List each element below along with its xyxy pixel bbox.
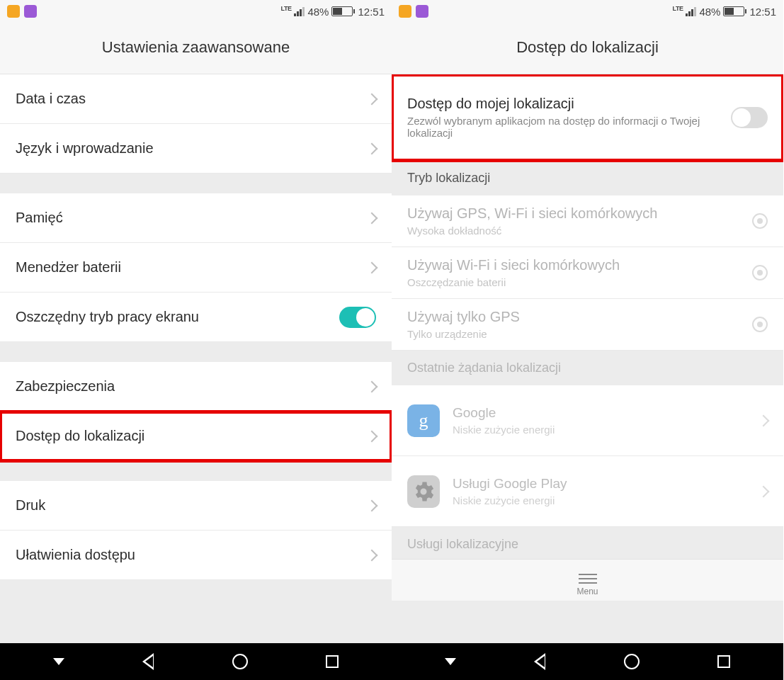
label-language: Język i wprowadzanie bbox=[16, 140, 368, 157]
sub-mode-gps: Tylko urządzenie bbox=[407, 328, 752, 340]
nav-expand-icon[interactable] bbox=[445, 658, 456, 665]
chevron-right-icon bbox=[366, 499, 378, 511]
section-gap bbox=[0, 461, 392, 481]
notif-icon-1 bbox=[399, 5, 411, 18]
chevron-right-icon bbox=[366, 142, 378, 154]
chevron-right-icon bbox=[366, 93, 378, 105]
signal-icon bbox=[294, 6, 305, 16]
label-location: Dostęp do lokalizacji bbox=[16, 428, 368, 444]
toggle-screen-save[interactable] bbox=[339, 307, 376, 328]
sub-app-google: Niskie zużycie energii bbox=[453, 424, 759, 436]
notif-icon-2 bbox=[24, 5, 37, 18]
label-mode-gps-wifi: Używaj GPS, Wi-Fi i sieci komórkowych bbox=[407, 205, 752, 222]
label-memory: Pamięć bbox=[16, 210, 368, 226]
battery-pct: 48% bbox=[699, 6, 720, 18]
notif-icon-1 bbox=[7, 5, 20, 18]
row-my-location-access[interactable]: Dostęp do mojej lokalizacji Zezwól wybra… bbox=[392, 74, 783, 161]
radio-mode-wifi bbox=[752, 265, 768, 280]
menu-icon bbox=[579, 574, 597, 584]
location-settings: Dostęp do mojej lokalizacji Zezwól wybra… bbox=[392, 74, 783, 643]
nav-bar bbox=[0, 643, 392, 680]
chevron-right-icon bbox=[758, 414, 770, 426]
clock: 12:51 bbox=[358, 6, 385, 18]
gear-icon bbox=[407, 475, 440, 508]
battery-pct: 48% bbox=[307, 6, 329, 18]
toggle-location[interactable] bbox=[731, 107, 768, 128]
statusbar: LTE 48% 12:51 bbox=[0, 0, 392, 23]
row-date-time[interactable]: Data i czas bbox=[0, 74, 392, 124]
label-mode-wifi: Używaj Wi-Fi i sieci komórkowych bbox=[407, 257, 752, 273]
sub-app-play: Niskie zużycie energii bbox=[453, 494, 759, 506]
battery-icon bbox=[331, 6, 355, 16]
label-print: Druk bbox=[16, 497, 368, 514]
label-screen-save: Oszczędny tryb pracy ekranu bbox=[16, 309, 339, 325]
nav-home-button[interactable] bbox=[624, 654, 640, 669]
sub-mode-gps-wifi: Wysoka dokładność bbox=[407, 225, 752, 237]
row-app-play-services[interactable]: Usługi Google Play Niskie zużycie energi… bbox=[392, 456, 783, 527]
chevron-right-icon bbox=[366, 261, 378, 273]
row-screen-save[interactable]: Oszczędny tryb pracy ekranu bbox=[0, 293, 392, 342]
phone-right: LTE 48% 12:51 Dostęp do lokalizacji Dost… bbox=[392, 0, 783, 680]
chevron-right-icon bbox=[366, 212, 378, 224]
nav-home-button[interactable] bbox=[232, 654, 248, 669]
chevron-right-icon bbox=[366, 380, 378, 392]
label-app-play: Usługi Google Play bbox=[453, 476, 759, 492]
row-location-access[interactable]: Dostęp do lokalizacji bbox=[0, 412, 392, 461]
chevron-right-icon bbox=[366, 549, 378, 561]
label-date-time: Data i czas bbox=[16, 91, 368, 107]
chevron-right-icon bbox=[758, 485, 770, 497]
radio-mode-gps bbox=[752, 317, 768, 332]
row-battery[interactable]: Menedżer baterii bbox=[0, 243, 392, 293]
label-app-google: Google bbox=[453, 405, 759, 421]
section-location-mode: Tryb lokalizacji bbox=[392, 161, 783, 196]
row-mode-gps-wifi: Używaj GPS, Wi-Fi i sieci komórkowych Wy… bbox=[392, 196, 783, 247]
menu-bar[interactable]: Menu bbox=[392, 559, 783, 601]
network-type: LTE bbox=[673, 5, 683, 12]
screen-title: Dostęp do lokalizacji bbox=[392, 23, 783, 74]
row-memory[interactable]: Pamięć bbox=[0, 193, 392, 243]
google-icon: g bbox=[407, 404, 440, 437]
section-gap bbox=[0, 580, 392, 623]
nav-back-button[interactable] bbox=[142, 653, 154, 670]
row-print[interactable]: Druk bbox=[0, 481, 392, 531]
settings-list: Data i czas Język i wprowadzanie Pamięć … bbox=[0, 74, 392, 643]
row-mode-gps: Używaj tylko GPS Tylko urządzenie bbox=[392, 299, 783, 351]
label-battery: Menedżer baterii bbox=[16, 259, 368, 276]
section-location-services: Usługi lokalizacyjne bbox=[392, 527, 783, 559]
desc-my-location: Zezwól wybranym aplikacjom na dostęp do … bbox=[407, 115, 731, 139]
statusbar: LTE 48% 12:51 bbox=[392, 0, 783, 23]
clock: 12:51 bbox=[749, 6, 776, 18]
nav-expand-icon[interactable] bbox=[53, 658, 64, 665]
nav-recent-button[interactable] bbox=[717, 655, 730, 668]
label-accessibility: Ułatwienia dostępu bbox=[16, 547, 368, 563]
menu-label: Menu bbox=[392, 586, 783, 596]
section-recent-requests: Ostatnie żądania lokalizacji bbox=[392, 351, 783, 385]
signal-icon bbox=[686, 6, 696, 16]
network-type: LTE bbox=[281, 5, 292, 12]
chevron-right-icon bbox=[366, 430, 378, 442]
section-gap bbox=[0, 174, 392, 193]
section-gap bbox=[0, 342, 392, 362]
row-accessibility[interactable]: Ułatwienia dostępu bbox=[0, 531, 392, 580]
nav-back-button[interactable] bbox=[534, 653, 545, 670]
battery-icon bbox=[723, 6, 746, 16]
label-mode-gps: Używaj tylko GPS bbox=[407, 309, 752, 325]
label-security: Zabezpieczenia bbox=[16, 378, 368, 395]
notif-icon-2 bbox=[416, 5, 428, 18]
row-language[interactable]: Język i wprowadzanie bbox=[0, 124, 392, 174]
label-my-location: Dostęp do mojej lokalizacji bbox=[407, 96, 731, 112]
screen-title: Ustawienia zaawansowane bbox=[0, 23, 392, 74]
radio-mode-gps-wifi bbox=[752, 213, 768, 229]
row-app-google[interactable]: g Google Niskie zużycie energii bbox=[392, 385, 783, 456]
nav-recent-button[interactable] bbox=[326, 655, 339, 668]
row-security[interactable]: Zabezpieczenia bbox=[0, 362, 392, 412]
nav-bar bbox=[392, 643, 783, 680]
phone-left: LTE 48% 12:51 Ustawienia zaawansowane Da… bbox=[0, 0, 392, 680]
sub-mode-wifi: Oszczędzanie baterii bbox=[407, 276, 752, 288]
row-mode-wifi: Używaj Wi-Fi i sieci komórkowych Oszczęd… bbox=[392, 247, 783, 299]
